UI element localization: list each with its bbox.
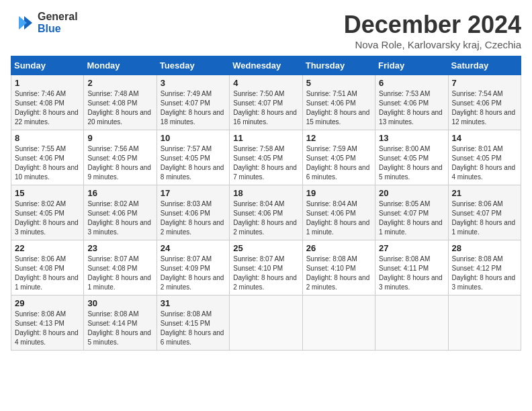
day-number: 14 <box>452 133 517 143</box>
day-info: Sunrise: 7:51 AMSunset: 4:06 PMDaylight:… <box>306 89 371 127</box>
day-number: 3 <box>161 78 226 88</box>
day-info: Sunrise: 8:03 AMSunset: 4:06 PMDaylight:… <box>161 199 226 237</box>
calendar-cell: 10 Sunrise: 7:57 AMSunset: 4:05 PMDaylig… <box>157 130 229 185</box>
day-number: 8 <box>15 133 80 143</box>
day-info: Sunrise: 7:57 AMSunset: 4:05 PMDaylight:… <box>161 144 226 182</box>
day-number: 7 <box>452 78 517 88</box>
day-number: 10 <box>161 133 226 143</box>
day-info: Sunrise: 7:55 AMSunset: 4:06 PMDaylight:… <box>15 144 80 182</box>
calendar-cell: 7 Sunrise: 7:54 AMSunset: 4:06 PMDayligh… <box>448 75 521 130</box>
day-number: 6 <box>379 78 444 88</box>
day-info: Sunrise: 8:04 AMSunset: 4:06 PMDaylight:… <box>306 199 371 237</box>
calendar-cell: 29 Sunrise: 8:08 AMSunset: 4:13 PMDaylig… <box>11 295 84 351</box>
day-info: Sunrise: 8:01 AMSunset: 4:05 PMDaylight:… <box>452 144 517 182</box>
day-info: Sunrise: 8:04 AMSunset: 4:06 PMDaylight:… <box>233 199 298 237</box>
day-info: Sunrise: 7:58 AMSunset: 4:05 PMDaylight:… <box>233 144 298 182</box>
calendar-cell: 11 Sunrise: 7:58 AMSunset: 4:05 PMDaylig… <box>230 130 302 185</box>
calendar-cell: 3 Sunrise: 7:49 AMSunset: 4:07 PMDayligh… <box>157 75 229 130</box>
day-number: 17 <box>161 188 226 198</box>
day-info: Sunrise: 7:46 AMSunset: 4:08 PMDaylight:… <box>15 89 80 127</box>
calendar-table: SundayMondayTuesdayWednesdayThursdayFrid… <box>11 56 521 351</box>
calendar-week-4: 22 Sunrise: 8:06 AMSunset: 4:08 PMDaylig… <box>11 240 521 295</box>
calendar-cell: 14 Sunrise: 8:01 AMSunset: 4:05 PMDaylig… <box>448 130 521 185</box>
day-info: Sunrise: 8:08 AMSunset: 4:11 PMDaylight:… <box>379 255 444 292</box>
calendar-week-1: 1 Sunrise: 7:46 AMSunset: 4:08 PMDayligh… <box>11 75 521 130</box>
day-number: 30 <box>87 298 152 308</box>
logo-icon <box>11 11 35 35</box>
calendar-cell: 27 Sunrise: 8:08 AMSunset: 4:11 PMDaylig… <box>375 240 448 295</box>
day-info: Sunrise: 8:02 AMSunset: 4:06 PMDaylight:… <box>87 199 152 237</box>
calendar-cell: 18 Sunrise: 8:04 AMSunset: 4:06 PMDaylig… <box>230 185 302 240</box>
day-number: 2 <box>87 78 152 88</box>
calendar-cell: 13 Sunrise: 8:00 AMSunset: 4:05 PMDaylig… <box>375 130 448 185</box>
calendar-cell: 16 Sunrise: 8:02 AMSunset: 4:06 PMDaylig… <box>84 185 157 240</box>
calendar-cell: 30 Sunrise: 8:08 AMSunset: 4:14 PMDaylig… <box>84 295 157 351</box>
day-number: 27 <box>379 243 444 253</box>
day-number: 25 <box>233 243 298 253</box>
header-day-monday: Monday <box>84 56 157 75</box>
calendar-cell: 12 Sunrise: 7:59 AMSunset: 4:05 PMDaylig… <box>302 130 375 185</box>
day-number: 29 <box>15 298 80 308</box>
day-number: 15 <box>15 188 80 198</box>
calendar-cell: 19 Sunrise: 8:04 AMSunset: 4:06 PMDaylig… <box>302 185 375 240</box>
day-info: Sunrise: 8:08 AMSunset: 4:12 PMDaylight:… <box>452 255 517 292</box>
calendar-week-5: 29 Sunrise: 8:08 AMSunset: 4:13 PMDaylig… <box>11 295 521 351</box>
day-number: 24 <box>161 243 226 253</box>
day-number: 18 <box>233 188 298 198</box>
day-number: 31 <box>161 298 226 308</box>
day-info: Sunrise: 7:56 AMSunset: 4:05 PMDaylight:… <box>87 144 152 182</box>
header-day-sunday: Sunday <box>11 56 84 75</box>
calendar-cell: 31 Sunrise: 8:08 AMSunset: 4:15 PMDaylig… <box>157 295 229 351</box>
day-number: 21 <box>452 188 517 198</box>
calendar-week-3: 15 Sunrise: 8:02 AMSunset: 4:05 PMDaylig… <box>11 185 521 240</box>
day-info: Sunrise: 7:50 AMSunset: 4:07 PMDaylight:… <box>233 89 298 127</box>
day-info: Sunrise: 7:48 AMSunset: 4:08 PMDaylight:… <box>87 89 152 127</box>
day-number: 13 <box>379 133 444 143</box>
calendar-cell: 15 Sunrise: 8:02 AMSunset: 4:05 PMDaylig… <box>11 185 84 240</box>
month-title: December 2024 <box>344 11 521 39</box>
calendar-cell: 28 Sunrise: 8:08 AMSunset: 4:12 PMDaylig… <box>448 240 521 295</box>
calendar-cell <box>448 295 521 351</box>
day-info: Sunrise: 8:07 AMSunset: 4:09 PMDaylight:… <box>161 255 226 292</box>
day-info: Sunrise: 7:49 AMSunset: 4:07 PMDaylight:… <box>161 89 226 127</box>
day-info: Sunrise: 8:08 AMSunset: 4:14 PMDaylight:… <box>87 310 152 347</box>
day-number: 9 <box>87 133 152 143</box>
day-info: Sunrise: 8:02 AMSunset: 4:05 PMDaylight:… <box>15 199 80 237</box>
logo-general: General <box>38 11 78 23</box>
day-number: 1 <box>15 78 80 88</box>
header-day-saturday: Saturday <box>448 56 521 75</box>
header: General Blue December 2024 Nova Role, Ka… <box>11 11 521 50</box>
day-info: Sunrise: 7:59 AMSunset: 4:05 PMDaylight:… <box>306 144 371 182</box>
calendar-cell: 1 Sunrise: 7:46 AMSunset: 4:08 PMDayligh… <box>11 75 84 130</box>
title-area: December 2024 Nova Role, Karlovarsky kra… <box>344 11 521 50</box>
calendar-cell: 24 Sunrise: 8:07 AMSunset: 4:09 PMDaylig… <box>157 240 229 295</box>
day-number: 23 <box>87 243 152 253</box>
day-number: 28 <box>452 243 517 253</box>
calendar-cell: 26 Sunrise: 8:08 AMSunset: 4:10 PMDaylig… <box>302 240 375 295</box>
calendar-cell: 6 Sunrise: 7:53 AMSunset: 4:06 PMDayligh… <box>375 75 448 130</box>
day-number: 26 <box>306 243 371 253</box>
day-number: 16 <box>87 188 152 198</box>
day-info: Sunrise: 8:00 AMSunset: 4:05 PMDaylight:… <box>379 144 444 182</box>
day-info: Sunrise: 8:07 AMSunset: 4:10 PMDaylight:… <box>233 255 298 292</box>
day-number: 20 <box>379 188 444 198</box>
calendar-cell: 22 Sunrise: 8:06 AMSunset: 4:08 PMDaylig… <box>11 240 84 295</box>
calendar-cell: 20 Sunrise: 8:05 AMSunset: 4:07 PMDaylig… <box>375 185 448 240</box>
header-day-tuesday: Tuesday <box>157 56 229 75</box>
day-info: Sunrise: 8:07 AMSunset: 4:08 PMDaylight:… <box>87 255 152 292</box>
day-info: Sunrise: 8:06 AMSunset: 4:07 PMDaylight:… <box>452 199 517 237</box>
day-info: Sunrise: 7:54 AMSunset: 4:06 PMDaylight:… <box>452 89 517 127</box>
day-info: Sunrise: 7:53 AMSunset: 4:06 PMDaylight:… <box>379 89 444 127</box>
header-day-friday: Friday <box>375 56 448 75</box>
calendar-cell: 4 Sunrise: 7:50 AMSunset: 4:07 PMDayligh… <box>230 75 302 130</box>
calendar-cell: 8 Sunrise: 7:55 AMSunset: 4:06 PMDayligh… <box>11 130 84 185</box>
day-info: Sunrise: 8:08 AMSunset: 4:13 PMDaylight:… <box>15 310 80 347</box>
day-info: Sunrise: 8:06 AMSunset: 4:08 PMDaylight:… <box>15 255 80 292</box>
day-number: 5 <box>306 78 371 88</box>
logo: General Blue <box>11 11 78 35</box>
location-title: Nova Role, Karlovarsky kraj, Czechia <box>344 39 521 50</box>
calendar-cell <box>230 295 302 351</box>
day-info: Sunrise: 8:08 AMSunset: 4:15 PMDaylight:… <box>161 310 226 347</box>
calendar-cell: 21 Sunrise: 8:06 AMSunset: 4:07 PMDaylig… <box>448 185 521 240</box>
day-number: 22 <box>15 243 80 253</box>
